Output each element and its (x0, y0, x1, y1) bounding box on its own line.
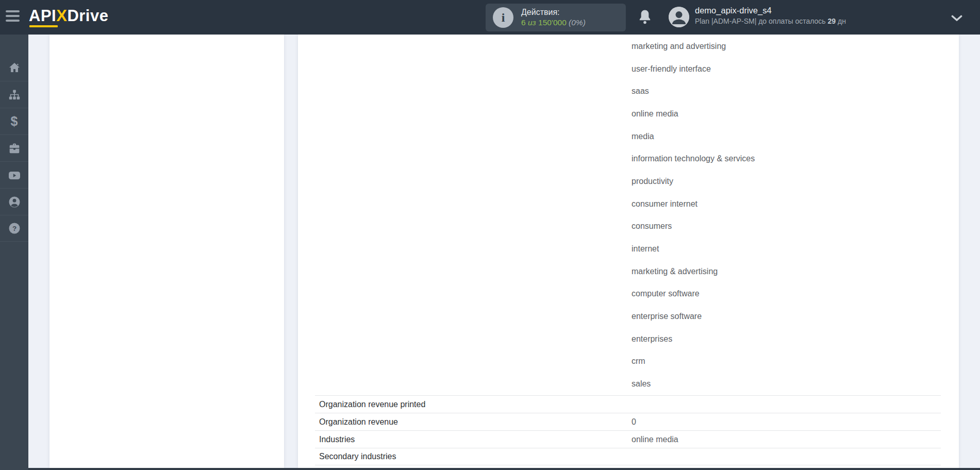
tag-row: marketing and advertising (315, 35, 941, 58)
sidebar-item-youtube[interactable] (0, 161, 28, 188)
tag-row: online media (315, 103, 941, 125)
tag-row: computer software (315, 283, 941, 306)
actions-counter-widget[interactable]: i Действия: 6 из 150'000 (0%) (486, 4, 626, 31)
tag-value: marketing and advertising (632, 42, 726, 51)
sidebar-item-home[interactable] (0, 54, 28, 81)
top-header: APIXDrive i Действия: 6 из 150'000 (0%) (0, 0, 980, 35)
home-icon (8, 61, 21, 74)
tag-row: media (315, 125, 941, 148)
field-label: Organization revenue printed (315, 400, 632, 409)
logo-part-x: X (56, 7, 67, 25)
app-logo[interactable]: APIXDrive (29, 7, 108, 25)
actions-count: 6 из 150'000 (0%) (521, 18, 586, 27)
sidebar-item-services[interactable] (0, 135, 28, 161)
tag-value: sales (632, 379, 651, 389)
logo-part-api: API (29, 7, 56, 25)
actions-title: Действия: (521, 7, 586, 18)
sidebar-item-help[interactable]: ? (0, 215, 28, 242)
tag-row: saas (315, 80, 941, 103)
account-icon (8, 196, 21, 208)
tag-list: marketing and advertising user-friendly … (315, 35, 941, 395)
youtube-icon (8, 169, 21, 181)
tag-value: enterprises (632, 334, 672, 344)
field-label: Industries (315, 435, 632, 444)
tag-row: sales (315, 373, 941, 395)
days-left: 29 (828, 17, 836, 25)
sidebar-nav: $ (0, 54, 28, 242)
tag-row: crm (315, 350, 941, 373)
tag-row: consumers (315, 215, 941, 238)
user-name: demo_apix-drive_s4 (695, 6, 846, 15)
sidebar-item-connections[interactable] (0, 81, 28, 108)
logo-underline (29, 25, 58, 27)
tag-value: consumers (632, 222, 672, 231)
help-icon: ? (8, 222, 21, 234)
field-value: 0 (632, 417, 636, 427)
left-panel (49, 35, 284, 468)
record-detail-panel: marketing and advertising user-friendly … (298, 35, 959, 468)
svg-text:?: ? (12, 225, 16, 232)
tag-value: saas (632, 87, 649, 96)
table-row: Industries online media (315, 430, 941, 448)
tag-row: enterprise software (315, 305, 941, 328)
tag-value: consumer internet (632, 199, 697, 209)
tag-value: computer software (632, 289, 700, 298)
tag-row: internet (315, 238, 941, 260)
table-row: Organization revenue 0 (315, 413, 941, 430)
table-row: Secondary industries (315, 448, 941, 465)
tag-value: crm (632, 357, 645, 366)
user-plan: Plan |ADM-AP-SM| до оплаты осталось 29 д… (695, 17, 846, 25)
actions-used: 6 (521, 18, 526, 27)
tag-row: user-friendly interface (315, 58, 941, 80)
plan-text: Plan |ADM-AP-SM| до оплаты осталось (695, 17, 826, 25)
field-value: online media (632, 435, 678, 444)
tag-value: media (632, 132, 654, 141)
user-menu[interactable]: demo_apix-drive_s4 Plan |ADM-AP-SM| до о… (695, 6, 846, 25)
table-row: Organization revenue printed (315, 395, 941, 413)
bottom-scroll-strip[interactable] (28, 468, 980, 470)
bell-icon[interactable] (638, 9, 652, 27)
field-table: Organization revenue printed Organizatio… (315, 395, 941, 465)
dollar-icon: $ (11, 114, 18, 129)
logo-part-drive: Drive (67, 7, 108, 25)
field-label: Organization revenue (315, 417, 632, 427)
info-icon: i (493, 7, 513, 28)
sidebar-item-account[interactable] (0, 188, 28, 215)
actions-total: 150'000 (538, 18, 567, 27)
record-detail: marketing and advertising user-friendly … (315, 35, 941, 465)
tag-value: marketing & advertising (632, 267, 718, 276)
avatar[interactable] (669, 7, 689, 27)
tag-value: user-friendly interface (632, 64, 711, 74)
tag-row: consumer internet (315, 193, 941, 215)
left-sidebar: $ (0, 35, 28, 470)
tag-row: enterprises (315, 328, 941, 350)
sidebar-item-payments[interactable]: $ (0, 108, 28, 135)
actions-counter-text: Действия: 6 из 150'000 (0%) (521, 7, 586, 27)
days-unit: дн (838, 17, 846, 25)
chevron-down-icon[interactable] (951, 14, 962, 24)
tag-value: enterprise software (632, 312, 702, 321)
tag-row: productivity (315, 170, 941, 193)
tag-value: productivity (632, 177, 673, 186)
briefcase-icon (8, 142, 21, 155)
tag-value: information technology & services (632, 154, 755, 163)
field-label: Secondary industries (315, 452, 632, 461)
tag-row: information technology & services (315, 147, 941, 170)
connections-icon (8, 89, 21, 101)
tag-row: marketing & advertising (315, 260, 941, 283)
tag-value: online media (632, 109, 678, 119)
app-window: APIXDrive i Действия: 6 из 150'000 (0%) (0, 0, 980, 470)
tag-value: internet (632, 244, 659, 254)
actions-percent: (0%) (569, 18, 586, 27)
menu-icon[interactable] (6, 10, 20, 24)
actions-of-word: из (528, 18, 536, 27)
